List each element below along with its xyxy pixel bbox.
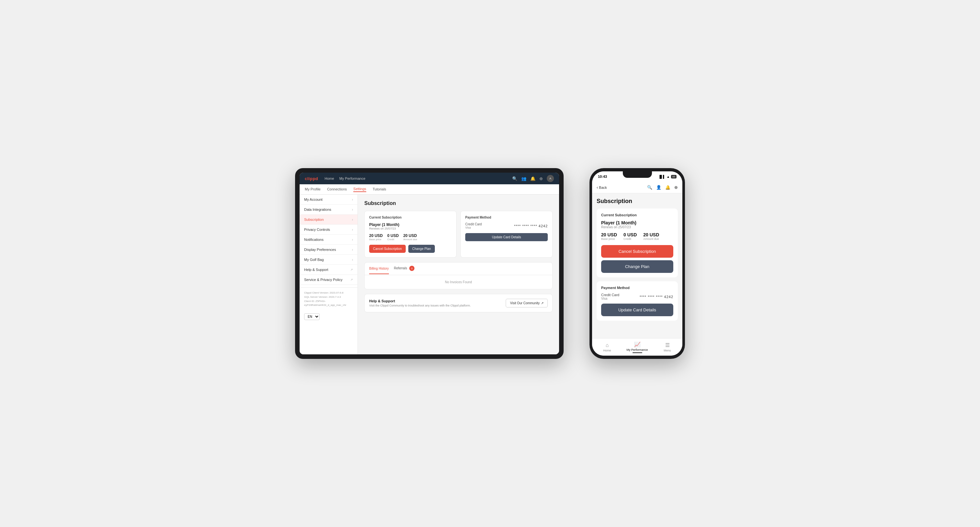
phone-nav-home[interactable]: ⌂ Home	[592, 342, 622, 352]
billing-history-tab[interactable]: Billing History	[369, 264, 389, 274]
subscription-buttons: Cancel Subscription Change Plan	[369, 245, 452, 253]
sidebar-item-display[interactable]: Display Preferences ›	[300, 245, 358, 255]
tablet-subnav: My Profile Connections Settings Tutorial…	[300, 184, 559, 195]
tablet-device: clippd Home My Performance 🔍 👥 🔔 ⊕ A My …	[295, 168, 563, 359]
payment-info: Credit Card Visa **** **** **** 4242	[465, 222, 548, 229]
circle-plus-icon[interactable]: ⊕	[539, 176, 543, 181]
sidebar-item-notifications[interactable]: Notifications ›	[300, 235, 358, 245]
phone-payment-card: Payment Method Credit Card Visa **** ***…	[597, 281, 678, 321]
sidebar-footer: Clippd Client Version: 2023.07.6-8 GQL S…	[300, 287, 358, 311]
battery-icon: 85	[671, 175, 676, 178]
language-selector[interactable]: EN	[304, 313, 353, 320]
phone-cancel-button[interactable]: Cancel Subscription	[601, 245, 673, 258]
subnav-tutorials[interactable]: Tutorials	[373, 187, 386, 192]
user-icon[interactable]: 👤	[656, 185, 661, 190]
renews-date: Renews on 25/07/23	[369, 227, 452, 230]
sidebar-item-data-integrations[interactable]: Data Integrations ›	[300, 205, 358, 215]
phone-subscription-title: Current Subscription	[601, 213, 673, 217]
external-link-icon: ↗	[541, 301, 544, 305]
sidebar-item-privacy-policy[interactable]: Service & Privacy Policy ↗	[300, 275, 358, 285]
bell-icon[interactable]: 🔔	[665, 185, 670, 190]
nav-active-indicator	[633, 352, 642, 353]
chevron-icon: ›	[352, 258, 353, 262]
subnav-profile[interactable]: My Profile	[305, 187, 321, 192]
tablet-nav-right: 🔍 👥 🔔 ⊕ A	[512, 175, 554, 182]
referrals-tab[interactable]: Referrals 0	[394, 262, 414, 275]
phone-device: 10:43 ▐▌▌ ▲ 85 ‹ Back 🔍 👤 🔔 ⊕ Subscripti…	[590, 168, 685, 359]
phone-topnav: ‹ Back 🔍 👤 🔔 ⊕	[592, 182, 682, 193]
visit-community-button[interactable]: Visit Our Community ↗	[506, 299, 548, 308]
phone-topnav-icons: 🔍 👤 🔔 ⊕	[647, 185, 678, 190]
status-icons: ▐▌▌ ▲ 85	[659, 175, 676, 178]
phone-screen: 10:43 ▐▌▌ ▲ 85 ‹ Back 🔍 👤 🔔 ⊕ Subscripti…	[592, 171, 682, 356]
tablet-screen: clippd Home My Performance 🔍 👥 🔔 ⊕ A My …	[300, 173, 559, 354]
phone-renews: Renews on 25/07/23	[601, 225, 673, 229]
phone-plan-name: Player (1 Month)	[601, 220, 673, 225]
phone-bottomnav: ⌂ Home 📈 My Performance ☰ Menu	[592, 338, 682, 356]
subscription-amounts: 20 USD Base price 0 USD Credit 20 USD Am…	[369, 233, 452, 241]
credit-card-info: Credit Card Visa	[465, 222, 482, 229]
payment-method-card: Payment Method Credit Card Visa **** ***…	[460, 211, 553, 258]
phone-credit: 0 USD Credit	[624, 232, 637, 241]
phone-card-number: **** **** **** 4242	[640, 295, 673, 299]
card-number: **** **** **** 4242	[514, 224, 548, 228]
menu-icon: ☰	[665, 342, 670, 348]
referrals-badge: 0	[409, 266, 414, 271]
base-price: 20 USD Base price	[369, 233, 383, 241]
sidebar-item-subscription[interactable]: Subscription ›	[300, 215, 358, 225]
status-time: 10:43	[598, 175, 607, 178]
change-plan-button[interactable]: Change Plan	[408, 245, 435, 253]
search-icon[interactable]: 🔍	[512, 176, 517, 181]
subnav-connections[interactable]: Connections	[327, 187, 347, 192]
phone-change-plan-button[interactable]: Change Plan	[601, 260, 673, 273]
subnav-settings[interactable]: Settings	[353, 187, 366, 192]
current-subscription-title: Current Subscription	[369, 216, 452, 219]
amount-due: 20 USD Amount due	[403, 233, 417, 241]
bell-icon[interactable]: 🔔	[530, 176, 535, 181]
current-subscription-card: Current Subscription Player (1 Month) Re…	[364, 211, 457, 258]
sidebar-item-account[interactable]: My Account ›	[300, 195, 358, 205]
billing-tabs: Billing History Referrals 0	[364, 262, 552, 275]
page-title: Subscription	[597, 198, 678, 205]
page-title: Subscription	[364, 200, 553, 206]
phone-amount-due: 20 USD Amount due	[643, 232, 659, 241]
phone-nav-menu[interactable]: ☰ Menu	[652, 342, 682, 352]
billing-section: Billing History Referrals 0 No Invoices …	[364, 262, 553, 289]
help-text: Help & Support Visit the Clippd Communit…	[369, 299, 471, 307]
help-description: Visit the Clippd Community to troublesho…	[369, 304, 471, 307]
tablet-body: My Account › Data Integrations › Subscri…	[300, 195, 559, 354]
back-button[interactable]: ‹ Back	[597, 185, 607, 190]
nav-link-home[interactable]: Home	[325, 176, 334, 180]
signal-icon: ▐▌▌	[659, 175, 665, 178]
sidebar-item-golf-bag[interactable]: My Golf Bag ›	[300, 255, 358, 265]
phone-content: Subscription Current Subscription Player…	[592, 193, 682, 338]
nav-link-performance[interactable]: My Performance	[339, 176, 366, 180]
plan-name: Player (1 Month)	[369, 222, 452, 227]
phone-amounts: 20 USD Base price 0 USD Credit 20 USD Am…	[601, 232, 673, 241]
tablet-topnav: clippd Home My Performance 🔍 👥 🔔 ⊕ A	[300, 173, 559, 184]
circle-plus-icon[interactable]: ⊕	[674, 185, 678, 190]
performance-icon: 📈	[634, 341, 641, 348]
help-section: Help & Support Visit the Clippd Communit…	[364, 294, 553, 312]
home-icon: ⌂	[606, 342, 609, 348]
credit-amount: 0 USD Credit	[387, 233, 399, 241]
phone-nav-performance[interactable]: 📈 My Performance	[622, 341, 652, 353]
help-title: Help & Support	[369, 299, 471, 303]
update-card-button[interactable]: Update Card Details	[465, 233, 548, 241]
chevron-icon: ›	[352, 218, 353, 221]
users-icon[interactable]: 👥	[521, 176, 527, 181]
phone-notch	[623, 171, 652, 178]
search-icon[interactable]: 🔍	[647, 185, 652, 190]
cancel-subscription-button[interactable]: Cancel Subscription	[369, 245, 406, 253]
sidebar-item-help[interactable]: Help & Support ↗	[300, 265, 358, 275]
chevron-icon: ›	[352, 238, 353, 241]
avatar[interactable]: A	[547, 175, 554, 182]
tablet-sidebar: My Account › Data Integrations › Subscri…	[300, 195, 358, 354]
chevron-icon: ›	[352, 208, 353, 211]
chevron-icon: ›	[352, 198, 353, 202]
subscription-grid: Current Subscription Player (1 Month) Re…	[364, 211, 553, 258]
sidebar-item-privacy[interactable]: Privacy Controls ›	[300, 225, 358, 235]
phone-cc-info: Credit Card Visa	[601, 293, 619, 300]
phone-update-card-button[interactable]: Update Card Details	[601, 303, 673, 316]
phone-subscription-card: Current Subscription Player (1 Month) Re…	[597, 208, 678, 278]
